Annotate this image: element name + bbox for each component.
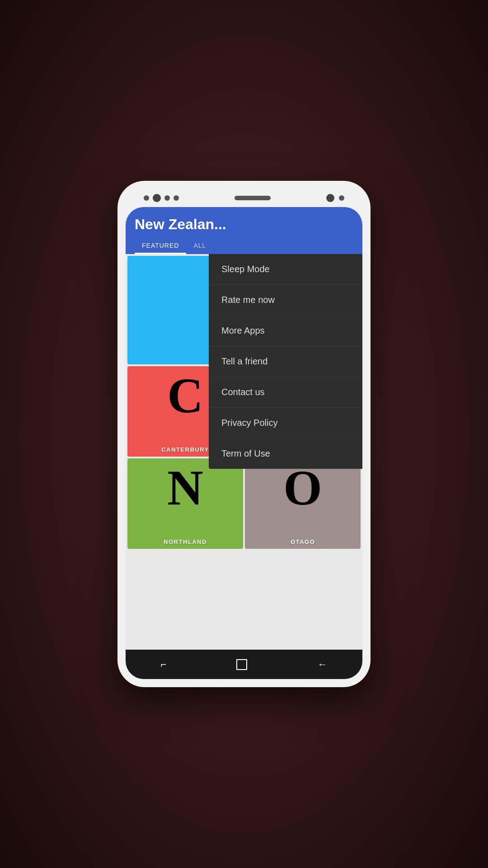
menu-item-privacy-policy[interactable]: Privacy Policy — [209, 408, 362, 439]
app-content: A AUCKLAND C CANTERBURY H HAWKE'S BAY N … — [126, 254, 362, 650]
otago-label: OTAGO — [289, 535, 317, 549]
bottom-nav: ⌐ ← — [126, 650, 362, 679]
top-dots-left — [144, 194, 179, 202]
home-icon[interactable] — [236, 659, 247, 670]
menu-item-contact-us[interactable]: Contact us — [209, 377, 362, 408]
canterbury-label: CANTERBURY — [160, 443, 211, 457]
northland-letter: N — [167, 463, 203, 513]
phone-top-bar — [126, 189, 362, 207]
back-icon[interactable]: ← — [317, 659, 327, 670]
dot-camera — [153, 194, 161, 202]
otago-letter: O — [283, 463, 322, 513]
app-header: New Zealan... FEATURED ALL — [126, 207, 362, 254]
menu-item-tell-a-friend[interactable]: Tell a friend — [209, 346, 362, 377]
dot-sensor — [339, 195, 344, 201]
dot-3 — [164, 195, 170, 201]
menu-item-more-apps[interactable]: More Apps — [209, 316, 362, 346]
region-tile-otago[interactable]: O OTAGO — [245, 458, 361, 549]
top-dots-right — [326, 194, 344, 202]
app-title: New Zealan... — [135, 216, 353, 233]
tab-bar: FEATURED ALL — [135, 238, 353, 254]
tab-all[interactable]: ALL — [186, 238, 213, 254]
menu-item-rate-me-now[interactable]: Rate me now — [209, 285, 362, 316]
region-tile-northland[interactable]: N NORTHLAND — [127, 458, 243, 549]
dot-1 — [144, 195, 149, 201]
dot-4 — [174, 195, 179, 201]
menu-item-sleep-mode[interactable]: Sleep Mode — [209, 254, 362, 285]
tab-featured[interactable]: FEATURED — [135, 238, 186, 254]
recent-apps-icon[interactable]: ⌐ — [161, 659, 167, 670]
dot-selfie-cam — [326, 194, 334, 202]
northland-label: NORTHLAND — [162, 535, 209, 549]
canterbury-letter: C — [167, 371, 203, 420]
phone-screen: New Zealan... FEATURED ALL A AUCKLAND C … — [126, 207, 362, 679]
menu-item-term-of-use[interactable]: Term of Use — [209, 439, 362, 469]
phone-speaker — [235, 196, 271, 200]
dropdown-menu: Sleep Mode Rate me now More Apps Tell a … — [209, 254, 362, 469]
phone-frame: New Zealan... FEATURED ALL A AUCKLAND C … — [117, 181, 371, 687]
